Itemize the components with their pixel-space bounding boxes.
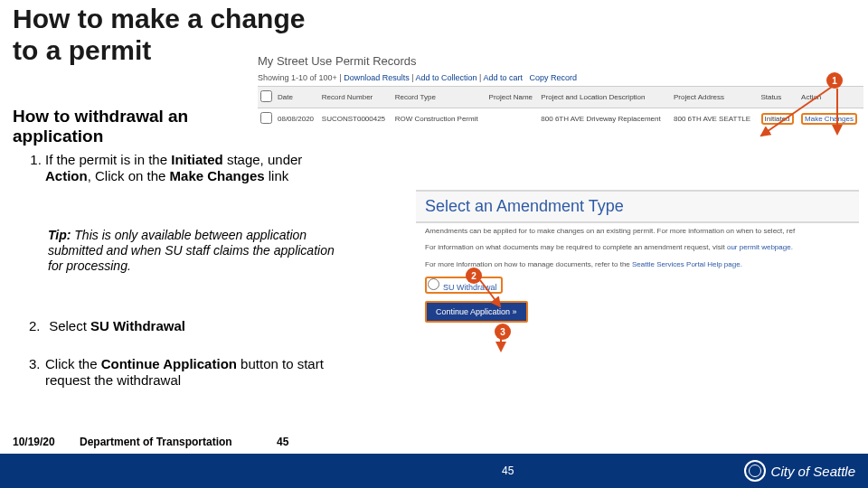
city-seal-icon [744, 460, 766, 482]
add-to-cart-link[interactable]: Add to cart [483, 73, 523, 82]
footer-page-b: 45 [502, 465, 514, 477]
footer-bar: 45 City of Seattle [0, 454, 868, 488]
step-1: If the permit is in the Initiated stage,… [29, 152, 341, 190]
tip-text: Tip: This is only available between appl… [48, 228, 337, 273]
continue-application-button[interactable]: Continue Application » [425, 301, 528, 323]
footer-dept: Department of Transportation [80, 436, 232, 448]
section-subtitle: How to withdrawal anapplication [13, 107, 188, 146]
su-withdrawal-option-highlight: SU Withdrawal [425, 277, 503, 294]
records-toolbar: Showing 1-10 of 100+ | Download Results … [258, 73, 863, 82]
footer-city: City of Seattle [744, 460, 855, 482]
su-withdrawal-radio[interactable] [428, 278, 439, 290]
amendment-screenshot: Select an Amendment Type Amendments can … [416, 190, 859, 326]
amendment-p3: For more information on how to manage do… [416, 257, 859, 273]
callout-2: 2 [466, 267, 482, 284]
help-page-link[interactable]: Seattle Services Portal Help page. [632, 260, 742, 268]
callout-3: 3 [495, 324, 511, 340]
amendment-p1: Amendments can be applied for to make ch… [416, 223, 859, 239]
amendment-title: Select an Amendment Type [416, 190, 859, 223]
records-table: Date Record Number Record Type Project N… [258, 86, 863, 129]
callout-1: 1 [826, 72, 843, 89]
make-changes-link[interactable]: Make Changes [801, 113, 857, 125]
records-table-screenshot: My Street Use Permit Records Showing 1-1… [258, 54, 863, 129]
footer-date: 10/19/20 [13, 436, 55, 448]
copy-record-link[interactable]: Copy Record [530, 73, 578, 82]
permit-webpage-link[interactable]: our permit webpage. [727, 243, 793, 251]
records-header: My Street Use Permit Records [258, 54, 863, 68]
download-results-link[interactable]: Download Results [344, 73, 410, 82]
select-all-checkbox[interactable] [260, 90, 272, 102]
table-row: 08/08/2020 SUCONST0000425 ROW Constructi… [258, 108, 863, 130]
amendment-p2: For information on what documents may be… [416, 239, 859, 256]
add-to-collection-link[interactable]: Add to Collection [416, 73, 477, 82]
step-2: 2. Select SU Withdrawal [29, 318, 336, 333]
footer-page-a: 45 [277, 436, 288, 448]
step-3: 3.Click the Continue Application button … [29, 356, 336, 388]
status-highlight: Initiated [761, 113, 794, 125]
row-checkbox[interactable] [260, 112, 272, 124]
